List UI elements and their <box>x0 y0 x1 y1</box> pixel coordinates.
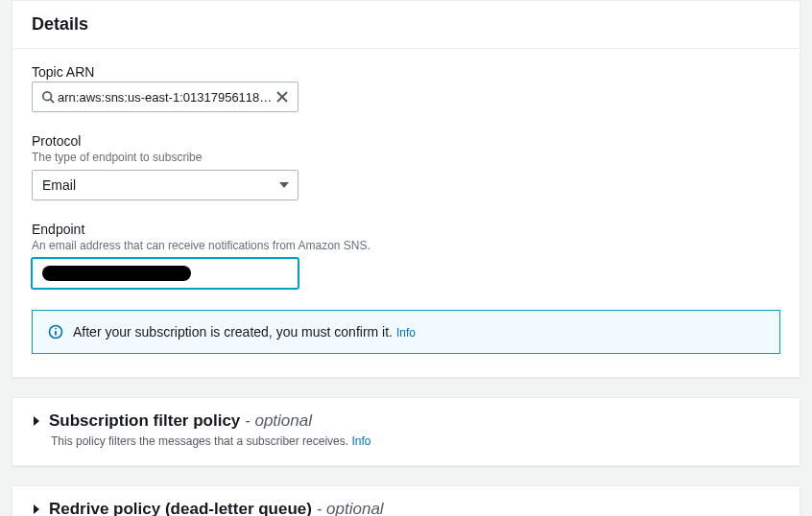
topic-arn-input-wrap[interactable] <box>32 82 299 112</box>
protocol-desc: The type of endpoint to subscribe <box>32 151 780 164</box>
filter-policy-info-link[interactable]: Info <box>351 434 370 448</box>
topic-arn-input[interactable] <box>58 90 273 105</box>
protocol-field: Protocol The type of endpoint to subscri… <box>32 133 780 200</box>
redrive-policy-title: Redrive policy (dead-letter queue) <box>49 500 312 516</box>
search-icon <box>38 87 58 106</box>
redrive-policy-panel: Redrive policy (dead-letter queue) - opt… <box>12 485 800 516</box>
endpoint-desc: An email address that can receive notifi… <box>32 239 780 252</box>
chevron-right-icon <box>32 504 41 514</box>
endpoint-input-wrap[interactable] <box>32 258 299 289</box>
protocol-label: Protocol <box>32 133 780 149</box>
confirm-info-box: After your subscription is created, you … <box>32 310 780 354</box>
endpoint-label: Endpoint <box>32 222 780 237</box>
redrive-policy-toggle[interactable]: Redrive policy (dead-letter queue) - opt… <box>32 500 780 516</box>
svg-point-0 <box>43 92 52 101</box>
svg-line-1 <box>51 100 55 104</box>
info-icon <box>48 324 63 340</box>
svg-marker-9 <box>34 504 39 514</box>
redrive-policy-optional: - optional <box>317 500 384 516</box>
filter-policy-optional: - optional <box>245 411 312 430</box>
filter-policy-desc: This policy filters the messages that a … <box>51 434 348 448</box>
protocol-select-wrap[interactable]: Email <box>32 170 299 200</box>
clear-icon[interactable] <box>273 87 292 106</box>
endpoint-field: Endpoint An email address that can recei… <box>32 222 780 289</box>
details-body: Topic ARN Protocol <box>12 49 800 377</box>
protocol-select[interactable]: Email <box>32 170 299 200</box>
details-heading: Details <box>12 1 800 49</box>
endpoint-redacted-value <box>42 266 191 281</box>
info-box-link[interactable]: Info <box>396 326 416 340</box>
details-panel: Details Topic ARN <box>12 0 800 378</box>
svg-marker-8 <box>34 416 39 426</box>
info-box-text: After your subscription is created, you … <box>73 324 393 340</box>
filter-policy-toggle[interactable]: Subscription filter policy - optional <box>32 411 780 431</box>
chevron-right-icon <box>32 416 41 426</box>
svg-point-7 <box>55 328 57 330</box>
topic-arn-label: Topic ARN <box>32 64 780 80</box>
topic-arn-field: Topic ARN <box>32 64 780 112</box>
filter-policy-panel: Subscription filter policy - optional Th… <box>12 397 800 466</box>
filter-policy-title: Subscription filter policy <box>49 411 240 430</box>
